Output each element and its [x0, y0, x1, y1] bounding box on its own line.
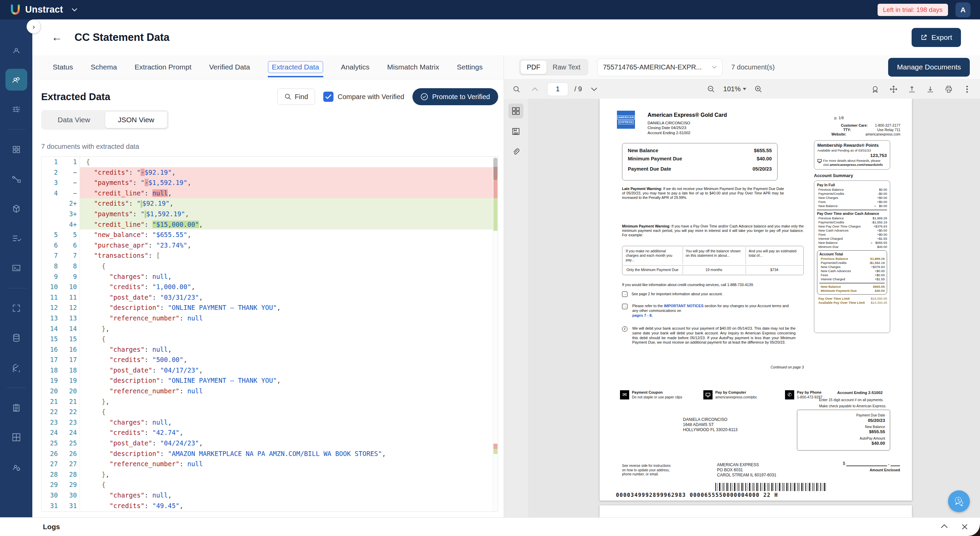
coupon-due-box: Payment Due Date05/20/23 New Balance$655… [797, 410, 890, 450]
tab-status[interactable]: Status [53, 63, 73, 71]
sidebar-item-expand[interactable] [5, 297, 27, 319]
sidebar-item-terminal[interactable] [5, 257, 27, 279]
compare-checkbox-label[interactable]: Compare with Verified [337, 93, 404, 101]
code-line: 1818 "post_date": "04/17/23", [41, 365, 498, 376]
code-line: 2121 }, [41, 396, 498, 407]
screen-corner [969, 525, 980, 536]
tab-extraction-prompt[interactable]: Extraction Prompt [135, 63, 192, 71]
code-line: 1515 { [41, 334, 498, 344]
tab-bar: StatusSchemaExtraction PromptVerified Da… [32, 55, 980, 79]
json-diff-editor[interactable]: 11{2− "credits": "-$92.19",3− "payments"… [41, 156, 498, 512]
page-down-icon[interactable] [588, 83, 600, 95]
upload-icon[interactable] [906, 83, 918, 95]
print-icon[interactable] [943, 83, 955, 95]
toggle-pdf[interactable]: PDF [520, 61, 546, 74]
find-button[interactable]: Find [277, 89, 315, 105]
sidebar-item-add[interactable] [5, 426, 27, 448]
manage-documents-button[interactable]: Manage Documents [888, 58, 970, 77]
tab-verified-data[interactable]: Verified Data [209, 63, 250, 71]
compare-checkbox[interactable] [323, 92, 334, 102]
zoom-in-icon[interactable] [752, 83, 765, 95]
chevron-down-icon [712, 66, 717, 69]
page-number-input[interactable] [547, 82, 568, 96]
document-count: 7 document(s) [731, 63, 775, 71]
tab-extracted-data[interactable]: Extracted Data [268, 61, 323, 73]
code-line: 2828 }, [41, 469, 498, 480]
code-line: 1616 "charges": null, [41, 344, 498, 355]
zoom-out-icon[interactable] [705, 83, 717, 95]
outline-icon[interactable] [508, 124, 523, 139]
expand-icon [11, 303, 21, 313]
export-button[interactable]: Export [912, 28, 961, 47]
sidebar-item-account[interactable] [5, 456, 27, 478]
sidebar-expand-button[interactable]: › [27, 19, 41, 34]
sidebar-item-tasks[interactable] [5, 228, 27, 249]
summary-row: Previous Balance$0.00 [817, 188, 887, 192]
thumbnails-icon[interactable] [508, 104, 523, 118]
check-circle-icon [421, 93, 428, 100]
envelope-icon: ✉ [620, 390, 629, 399]
sidebar-item-prompt-studio[interactable] [5, 69, 27, 91]
pdf-canvas[interactable]: AMERICANEXPRESS American Express® Gold C… [528, 99, 980, 517]
sidebar-item-tools[interactable] [5, 99, 27, 120]
code-line: 1111 "post_date": "03/31/23", [41, 292, 498, 303]
tab-analytics[interactable]: Analytics [341, 63, 369, 71]
tab-schema[interactable]: Schema [91, 63, 117, 71]
tab-mismatch-matrix[interactable]: Mismatch Matrix [387, 63, 439, 71]
summary-row: Previous Balance$1,869.26 [819, 257, 885, 261]
code-line: 88 { [41, 261, 498, 271]
help-chat-icon: ? [953, 496, 965, 507]
avatar[interactable]: A [956, 2, 970, 18]
monitor-icon [11, 363, 21, 372]
scrollbar-thumb[interactable] [493, 158, 498, 180]
pdf-search-icon[interactable] [511, 83, 523, 95]
sidebar-item-packages[interactable] [5, 198, 27, 220]
pdf-viewer-toolbar: / 9 101% [504, 79, 980, 99]
code-line: 1010 "credits": "1,000.00", [41, 282, 498, 292]
code-line: 3+ "payments": "$1,592.19", [41, 209, 498, 219]
annotation-icon[interactable] [869, 83, 881, 95]
zoom-level[interactable]: 101% [724, 85, 746, 93]
sidebar-item-profile[interactable] [5, 39, 27, 61]
code-line: 2− "credits": "-$92.19", [41, 167, 498, 178]
export-icon [920, 34, 927, 41]
back-arrow-icon[interactable]: ← [51, 31, 62, 44]
sidebar-divider [7, 388, 26, 388]
code-line: 2+ "credits": "$92.19", [41, 198, 498, 209]
document-selector[interactable]: 755714765-AMERICAN-EXPR... [597, 59, 722, 76]
logs-close-icon[interactable] [962, 524, 968, 530]
sidebar-item-apps[interactable] [5, 139, 27, 160]
page-arrow-icon: → [622, 304, 627, 309]
attachment-icon[interactable] [508, 144, 523, 160]
sidebar-divider [7, 288, 26, 289]
sidebar-item-logs[interactable] [5, 397, 27, 418]
search-icon [285, 93, 291, 100]
logs-icon [11, 403, 21, 412]
logs-expand-icon[interactable] [940, 524, 948, 528]
code-line: 4+ "credit_line": "$15,000.00", [41, 219, 498, 230]
sidebar-item-workflows[interactable] [5, 168, 27, 190]
pan-icon[interactable] [888, 83, 900, 95]
important-notices: → Please refer to the IMPORTANT NOTICES … [622, 304, 792, 318]
contact-block: Customer Care:1-800-327-2177 TTY:Use Rel… [831, 123, 900, 137]
pdf-page-2-edge [600, 505, 912, 517]
unstract-logo[interactable]: Unstract [10, 4, 77, 16]
scrollbar[interactable] [493, 156, 498, 512]
summary-row: Available Pay Over Time Limit$14,344.45 [817, 301, 887, 305]
sidebar-item-database[interactable] [5, 327, 27, 349]
toggle-raw-text[interactable]: Raw Text [546, 61, 587, 74]
tab-data-view[interactable]: Data View [43, 112, 105, 128]
balance-box: New Balance$655.55 Minimum Payment Due$4… [622, 143, 778, 180]
brand-chevron-down-icon[interactable] [72, 8, 77, 11]
tab-settings[interactable]: Settings [457, 63, 483, 71]
tab-json-view[interactable]: JSON View [105, 112, 167, 128]
summary-row: Fees+$0.00 [819, 273, 885, 277]
page-up-icon[interactable] [529, 83, 541, 95]
more-options-icon[interactable] [961, 83, 973, 95]
help-button[interactable]: ? [948, 490, 970, 512]
download-icon[interactable] [924, 83, 937, 95]
sidebar-item-monitor[interactable] [5, 357, 27, 378]
computer-icon [817, 159, 822, 163]
promote-to-verified-button[interactable]: Promote to Verified [412, 88, 498, 105]
account-summary-title: Account Summary [814, 173, 853, 179]
